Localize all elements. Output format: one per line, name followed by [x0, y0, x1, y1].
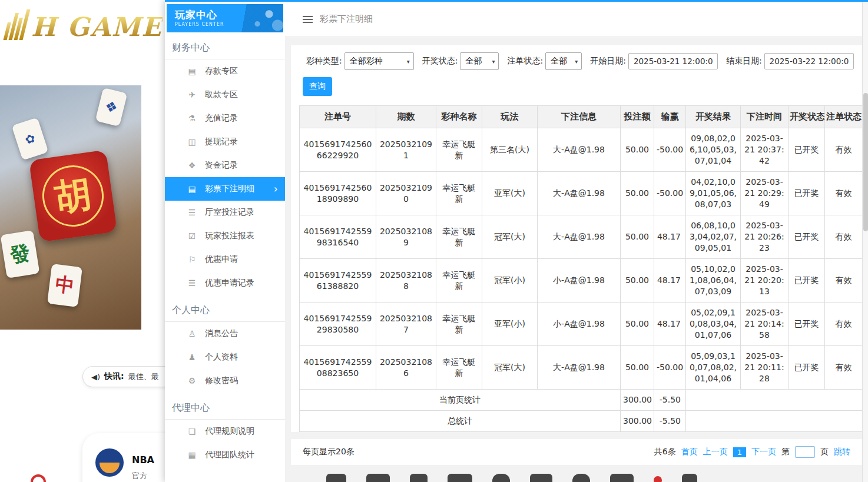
sidebar-section-title: 财务中心 [165, 32, 285, 59]
sidebar-item-messages[interactable]: ♙消息公告 [165, 322, 285, 345]
table-cell: 亚军(大) [482, 172, 538, 215]
table-cell: 20250321088 [376, 259, 436, 303]
table-cell: 04,02,10,09,01,05,06,08,07,03 [686, 172, 741, 215]
table-cell: 05,10,02,01,08,06,04,07,03,09 [686, 259, 741, 303]
sidebar-item-label: 个人资料 [205, 352, 238, 363]
sidebar-item-label: 优惠申请记录 [205, 278, 254, 288]
table-cell: 50.00 [621, 259, 654, 303]
sidebar-item-lottery-bet-details[interactable]: ▤彩票下注明细› [165, 177, 285, 201]
recharge-records-icon: ⚗ [186, 114, 198, 123]
table-cell: 2025-03-21 20:20:13 [741, 259, 789, 303]
table-row: 40156917425599831654020250321089幸运飞艇新冠军(… [300, 215, 863, 259]
funds-records-icon: ❖ [186, 161, 198, 170]
partial-footer-icons [326, 474, 697, 482]
partial-icon [410, 474, 428, 482]
sidebar-item-promo-apply[interactable]: ⚐优惠申请 [165, 248, 285, 271]
table-cell: 小-A盘@1.98 [538, 259, 621, 303]
summary-bet-total: 300.00 [621, 411, 654, 432]
change-password-icon: ⚙ [186, 376, 198, 385]
table-cell: 已开奖 [789, 303, 825, 346]
sidebar-item-deposit-zone[interactable]: ▤存款专区 [165, 59, 285, 83]
sidebar-subtitle: PLAYERS CENTER [175, 22, 283, 27]
sidebar-menu: 财务中心▤存款专区✈取款专区⚗充值记录◫提现记录❖资金记录▤彩票下注明细›☰厅室… [165, 32, 285, 467]
table-cell: -50.00 [654, 128, 686, 172]
jump-prefix: 第 [781, 447, 790, 457]
next-page-link[interactable]: 下一页 [751, 447, 776, 457]
table-cell: 幸运飞艇新 [436, 215, 482, 259]
menu-icon[interactable] [303, 16, 313, 17]
table-cell: 幸运飞艇新 [436, 346, 482, 390]
agent-rules-icon: ❏ [186, 427, 198, 436]
column-header: 玩法 [482, 106, 538, 128]
bets-card: 彩种类型: 全部彩种 ▾ 开奖状态: 全部 ▾ 注单状态: 全部 ▾ [291, 45, 862, 432]
partial-icon [326, 474, 346, 482]
summary-win-loss: -5.50 [654, 411, 686, 432]
sidebar-item-label: 存款专区 [205, 66, 238, 77]
sidebar-item-cashout-records[interactable]: ◫提现记录 [165, 130, 285, 154]
sidebar-item-label: 资金记录 [205, 160, 238, 171]
jump-page-input[interactable] [795, 446, 815, 458]
chevron-right-icon: › [274, 184, 278, 194]
sidebar-section-title: 个人中心 [165, 295, 285, 322]
end-date-input[interactable] [764, 53, 854, 69]
table-cell: 05,02,09,10,08,03,04,01,07,06 [686, 303, 741, 346]
speaker-icon: ◀) [91, 373, 100, 381]
start-date-input[interactable] [628, 53, 718, 69]
sidebar-item-agent-rules[interactable]: ❏代理规则说明 [165, 420, 285, 443]
column-header: 彩种名称 [436, 106, 482, 128]
mahjong-tile-icon: ❖ [95, 88, 128, 127]
hall-bet-records-icon: ☰ [186, 208, 198, 217]
cashout-records-icon: ◫ [186, 137, 198, 147]
jump-button[interactable]: 跳转 [834, 447, 850, 457]
prev-page-link[interactable]: 上一页 [703, 447, 728, 457]
lottery-bet-details-icon: ▤ [186, 184, 198, 194]
sidebar-item-hall-bet-records[interactable]: ☰厅室投注记录 [165, 201, 285, 224]
sidebar-item-promo-apply-records[interactable]: ☰优惠申请记录 [165, 271, 285, 295]
scrollbar-thumb[interactable] [863, 93, 868, 231]
vertical-scrollbar[interactable] [862, 2, 868, 482]
table-cell: 05,09,03,10,07,08,02,01,04,06 [686, 346, 741, 390]
table-cell: 大-A盘@1.98 [538, 128, 621, 172]
table-header-row: 注单号期数彩种名称玩法下注信息投注额输赢开奖结果下注时间开奖状态注单状态 [300, 106, 863, 128]
sidebar-item-player-bet-report[interactable]: ☑玩家投注报表 [165, 224, 285, 248]
partial-icon [530, 474, 552, 482]
table-cell: 20250321091 [376, 128, 436, 172]
lottery-type-select[interactable]: 全部彩种 ▾ [344, 52, 414, 70]
table-row: 40156917425601890989020250321090幸运飞艇新亚军(… [300, 172, 863, 215]
table-cell: 06,08,10,03,04,02,07,09,05,01 [686, 215, 741, 259]
sidebar-item-recharge-records[interactable]: ⚗充值记录 [165, 107, 285, 130]
lottery-type-label: 彩种类型: [306, 56, 342, 67]
draw-status-value: 全部 [465, 56, 482, 67]
sidebar-item-label: 代理团队统计 [205, 450, 254, 460]
filter-row: 彩种类型: 全部彩种 ▾ 开奖状态: 全部 ▾ 注单状态: 全部 ▾ [299, 52, 862, 70]
partial-icon [492, 474, 510, 482]
table-cell: 有效 [825, 215, 863, 259]
partial-icon [448, 474, 472, 482]
table-cell: -50.00 [654, 346, 686, 390]
column-header: 下注时间 [741, 106, 789, 128]
table-cell: 有效 [825, 303, 863, 346]
partial-icon [682, 474, 697, 482]
nba-subtitle: 官方 [132, 471, 147, 481]
sidebar-item-change-password[interactable]: ⚙修改密码 [165, 369, 285, 393]
sidebar-item-withdraw-zone[interactable]: ✈取款专区 [165, 83, 285, 107]
table-cell: 第三名(大) [482, 128, 538, 172]
summary-empty [686, 390, 863, 411]
order-status-select[interactable]: 全部 ▾ [545, 52, 582, 70]
sidebar-header: 玩家中心 PLAYERS CENTER [167, 4, 283, 32]
game-banner[interactable]: ✿ ❖ 發 中 胡 [0, 85, 141, 330]
deposit-zone-icon: ▤ [186, 67, 198, 76]
promo-apply-icon: ⚐ [186, 255, 198, 264]
sidebar-item-funds-records[interactable]: ❖资金记录 [165, 154, 285, 177]
first-page-link[interactable]: 首页 [681, 447, 698, 457]
table-cell: 2025-03-21 20:26:23 [741, 215, 789, 259]
site-logo[interactable]: H GAME [7, 9, 163, 40]
sidebar-item-agent-team-stats[interactable]: ▦代理团队统计 [165, 443, 285, 467]
summary-row: 当前页统计300.00-5.50 [300, 390, 863, 411]
table-cell: 大-A盘@1.98 [538, 215, 621, 259]
sidebar-item-profile[interactable]: ♟个人资料 [165, 345, 285, 369]
draw-status-select[interactable]: 全部 ▾ [460, 52, 499, 70]
search-button[interactable]: 查询 [303, 77, 332, 96]
table-cell: 09,08,02,06,10,05,03,07,01,04 [686, 128, 741, 172]
sidebar-title: 玩家中心 [175, 8, 283, 22]
